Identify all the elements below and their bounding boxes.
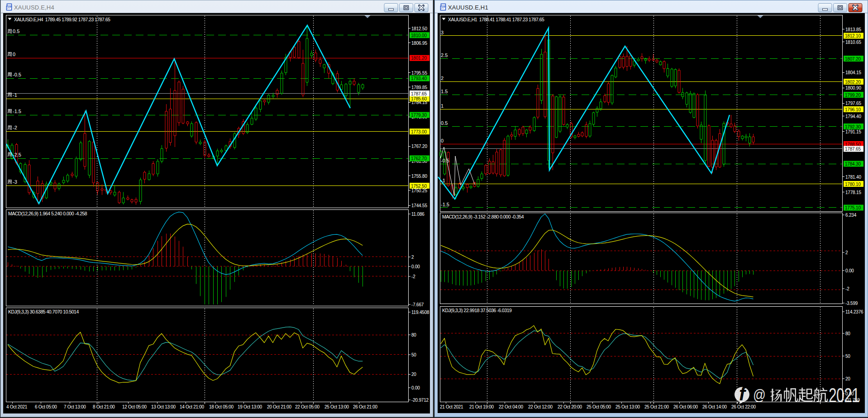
svg-text:-1: -1 bbox=[13, 92, 17, 98]
svg-text:22 Oct 05:00: 22 Oct 05:00 bbox=[295, 404, 320, 409]
svg-text:1812.10: 1812.10 bbox=[845, 33, 861, 38]
svg-text:1785.60: 1785.60 bbox=[411, 96, 427, 101]
svg-text:6.234: 6.234 bbox=[845, 213, 857, 218]
svg-text:-1.5: -1.5 bbox=[13, 109, 21, 114]
svg-text:-3.599: -3.599 bbox=[845, 301, 858, 306]
svg-text:80: 80 bbox=[845, 331, 850, 336]
svg-text:1806.95: 1806.95 bbox=[411, 41, 427, 46]
svg-text:4 Oct 2021: 4 Oct 2021 bbox=[6, 404, 28, 409]
svg-text:1796.10: 1796.10 bbox=[845, 107, 861, 112]
svg-text:2.5: 2.5 bbox=[441, 52, 448, 58]
svg-text:26 Oct 06:00: 26 Oct 06:00 bbox=[673, 404, 698, 409]
svg-text:1779.30: 1779.30 bbox=[411, 113, 427, 118]
svg-text:2021: 2021 bbox=[829, 384, 859, 406]
svg-text:1755.80: 1755.80 bbox=[411, 174, 427, 179]
svg-text:14 Oct 21:00: 14 Oct 21:00 bbox=[180, 404, 204, 409]
svg-text:KDJ(9,3,3) 22.9918 37.5036 -6.: KDJ(9,3,3) 22.9918 37.5036 -6.0319 bbox=[442, 308, 512, 313]
svg-text:0.00: 0.00 bbox=[411, 264, 420, 269]
svg-text:-0.5: -0.5 bbox=[441, 158, 449, 163]
svg-text:@: @ bbox=[753, 386, 766, 403]
svg-text:0: 0 bbox=[441, 138, 444, 143]
svg-text:1804.15: 1804.15 bbox=[845, 70, 861, 75]
svg-text:-0.5: -0.5 bbox=[13, 72, 21, 77]
svg-text:22 Oct 12:00: 22 Oct 12:00 bbox=[528, 404, 553, 409]
svg-text:1744.55: 1744.55 bbox=[411, 203, 427, 208]
svg-text:0.00: 0.00 bbox=[411, 385, 420, 390]
svg-text:2: 2 bbox=[441, 76, 444, 81]
svg-text:6 Oct 05:00: 6 Oct 05:00 bbox=[35, 404, 57, 409]
svg-text:1794.40: 1794.40 bbox=[845, 114, 861, 119]
svg-text:114.2376: 114.2376 bbox=[845, 309, 863, 314]
svg-text:3: 3 bbox=[441, 30, 444, 35]
svg-text:119.4508: 119.4508 bbox=[411, 310, 429, 315]
svg-text:KDJ(9,3,3) 30.6385 40.7070 10.: KDJ(9,3,3) 30.6385 40.7070 10.5014 bbox=[8, 309, 79, 314]
svg-text:26 Oct 14:00: 26 Oct 14:00 bbox=[702, 404, 727, 409]
svg-text:-2: -2 bbox=[411, 274, 415, 279]
svg-text:1784.30: 1784.30 bbox=[845, 162, 861, 166]
svg-text:21 Oct 19:00: 21 Oct 19:00 bbox=[469, 404, 494, 409]
svg-text:1789.85: 1789.85 bbox=[411, 85, 427, 90]
svg-text:26 Oct 22:00: 26 Oct 22:00 bbox=[731, 404, 756, 409]
svg-text:26 Oct 21:00: 26 Oct 21:00 bbox=[353, 404, 377, 409]
svg-text:XAUUSD.E,H4: XAUUSD.E,H4 bbox=[14, 4, 54, 11]
svg-text:18 Oct 05:00: 18 Oct 05:00 bbox=[209, 404, 234, 409]
svg-text:13 Oct 13:00: 13 Oct 13:00 bbox=[151, 404, 176, 409]
svg-text:1799.20: 1799.20 bbox=[845, 93, 861, 98]
svg-text:1800.90: 1800.90 bbox=[845, 86, 861, 90]
svg-text:1795.55: 1795.55 bbox=[411, 71, 427, 76]
svg-text:1781.40: 1781.40 bbox=[845, 175, 861, 180]
svg-text:19 Oct 13:00: 19 Oct 13:00 bbox=[238, 404, 262, 409]
svg-text:1787.65: 1787.65 bbox=[411, 91, 427, 96]
svg-text:MACD(12,26,9) -3.152 -2.880 0.: MACD(12,26,9) -3.152 -2.880 0.000 -0.354 bbox=[442, 214, 524, 219]
svg-text:0.00: 0.00 bbox=[845, 268, 854, 273]
svg-text:XAUUSD.E,H1 1788.41 1788.41 1: XAUUSD.E,H1 1788.41 1788.41 1787.23 1787… bbox=[448, 17, 544, 22]
svg-text:20: 20 bbox=[845, 376, 850, 381]
svg-text:1775.10: 1775.10 bbox=[845, 205, 861, 210]
svg-text:1: 1 bbox=[441, 103, 444, 109]
svg-text:1767.20: 1767.20 bbox=[411, 144, 427, 149]
svg-text:1.5: 1.5 bbox=[441, 89, 448, 94]
svg-text:1787.65: 1787.65 bbox=[845, 147, 861, 152]
svg-text:20 Oct 21:00: 20 Oct 21:00 bbox=[267, 404, 291, 409]
svg-text:-2: -2 bbox=[845, 286, 849, 291]
svg-text:25 Oct 13:00: 25 Oct 13:00 bbox=[324, 404, 349, 409]
svg-text:MACD(12,26,9) 1.964 5.240 0.00: MACD(12,26,9) 1.964 5.240 0.000 -4.258 bbox=[8, 211, 87, 216]
svg-text:-1: -1 bbox=[441, 178, 445, 183]
svg-text:XAUUSD.E,H1: XAUUSD.E,H1 bbox=[448, 4, 488, 11]
svg-text:1778.15: 1778.15 bbox=[845, 190, 861, 195]
svg-text:25 Oct 21:00: 25 Oct 21:00 bbox=[644, 404, 669, 409]
svg-text:1791.15: 1791.15 bbox=[845, 129, 861, 134]
svg-text:1797.65: 1797.65 bbox=[845, 101, 861, 106]
svg-text:XAUUSD.E,H4 1789.45 1789.92 1: XAUUSD.E,H4 1789.45 1789.92 1787.23 1787… bbox=[14, 17, 110, 22]
svg-text:25 Oct 13:00: 25 Oct 13:00 bbox=[615, 404, 640, 409]
svg-text:50: 50 bbox=[845, 354, 850, 359]
svg-text:-7.667: -7.667 bbox=[411, 302, 424, 307]
svg-text:-1.5: -1.5 bbox=[441, 202, 449, 207]
svg-text:1773.00: 1773.00 bbox=[411, 129, 427, 134]
svg-text:22 Oct 20:00: 22 Oct 20:00 bbox=[558, 404, 582, 409]
svg-text:25 Oct 05:00: 25 Oct 05:00 bbox=[587, 404, 611, 409]
svg-text:1807.20: 1807.20 bbox=[845, 57, 861, 62]
svg-text:22 Oct 04:00: 22 Oct 04:00 bbox=[499, 404, 523, 409]
svg-text:20: 20 bbox=[411, 372, 416, 377]
svg-text:11.086: 11.086 bbox=[411, 212, 424, 217]
svg-text:-20.9712: -20.9712 bbox=[411, 398, 429, 403]
svg-text:0: 0 bbox=[13, 52, 15, 57]
svg-text:1812.50: 1812.50 bbox=[411, 26, 427, 31]
svg-text:8 Oct 21:00: 8 Oct 21:00 bbox=[93, 404, 115, 409]
svg-text:21 Oct 2021: 21 Oct 2021 bbox=[440, 404, 463, 409]
svg-text:-2: -2 bbox=[13, 125, 17, 130]
svg-text:0.5: 0.5 bbox=[13, 28, 19, 34]
svg-text:1813.85: 1813.85 bbox=[845, 27, 861, 32]
svg-text:2: 2 bbox=[411, 255, 414, 260]
svg-text:1762.70: 1762.70 bbox=[411, 156, 427, 161]
svg-text:1810.00: 1810.00 bbox=[411, 33, 427, 38]
svg-text:-2.5: -2.5 bbox=[13, 152, 21, 157]
svg-text:50: 50 bbox=[411, 352, 416, 357]
svg-text:-3: -3 bbox=[13, 179, 17, 185]
svg-text:1792.30: 1792.30 bbox=[845, 124, 861, 129]
svg-text:1793.40: 1793.40 bbox=[411, 76, 427, 81]
svg-text:12 Oct 05:00: 12 Oct 05:00 bbox=[122, 404, 147, 409]
svg-text:7 Oct 13:00: 7 Oct 13:00 bbox=[64, 404, 86, 409]
svg-text:1780.10: 1780.10 bbox=[845, 182, 861, 187]
